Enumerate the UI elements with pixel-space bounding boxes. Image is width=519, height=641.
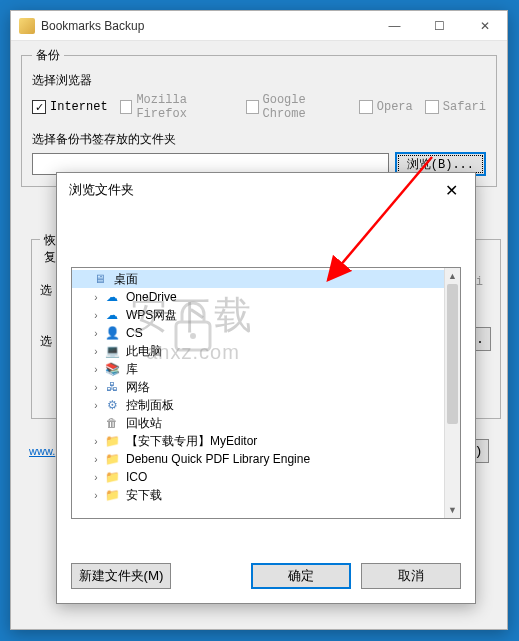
tree-item[interactable]: ›💻此电脑 [72,342,460,360]
tree-item[interactable]: ›👤CS [72,324,460,342]
expand-icon[interactable]: › [90,400,102,411]
tree-item[interactable]: ›⚙控制面板 [72,396,460,414]
dialog-titlebar: 浏览文件夹 ✕ [57,173,475,207]
backup-group: 备份 选择浏览器 InternetMozilla FirefoxGoogle C… [21,47,497,187]
titlebar: Bookmarks Backup — ☐ ✕ [11,11,507,41]
window-controls: — ☐ ✕ [372,11,507,41]
tree-item-label: 控制面板 [126,397,174,414]
scroll-down-icon[interactable]: ▼ [445,502,460,518]
tree-item-label: 回收站 [126,415,162,432]
tree-list: 🖥桌面›☁OneDrive›☁WPS网盘›👤CS›💻此电脑›📚库›🖧网络›⚙控制… [72,268,460,506]
tree-item[interactable]: 🗑回收站 [72,414,460,432]
tree-item[interactable]: ›📁ICO [72,468,460,486]
tree-item-label: 库 [126,361,138,378]
tree-item-label: 安下载 [126,487,162,504]
url-link[interactable]: www. [29,445,55,457]
dialog-close-button[interactable]: ✕ [431,176,471,204]
folder-icon: 📁 [104,469,120,485]
expand-icon[interactable]: › [90,436,102,447]
tree-item[interactable]: ›☁OneDrive [72,288,460,306]
browser-label: 选择浏览器 [32,72,486,89]
checkbox-label: Google Chrome [263,93,347,121]
expand-icon[interactable]: › [90,310,102,321]
ok-button[interactable]: 确定 [251,563,351,589]
tree-item[interactable]: 🖥桌面 [72,270,460,288]
folder-icon: 📁 [104,487,120,503]
checkbox-label: Opera [377,100,413,114]
checkbox-icon [359,100,373,114]
backup-legend: 备份 [32,47,64,64]
tree-item[interactable]: ›📁Debenu Quick PDF Library Engine [72,450,460,468]
browser-checkbox-opera: Opera [359,100,413,114]
expand-icon[interactable]: › [90,382,102,393]
dialog-title: 浏览文件夹 [69,181,431,199]
checkbox-label: Mozilla Firefox [136,93,233,121]
tree-item-label: 此电脑 [126,343,162,360]
expand-icon[interactable]: › [90,364,102,375]
minimize-button[interactable]: — [372,11,417,41]
browser-checkbox-safari: Safari [425,100,486,114]
browser-checkbox-google-chrome: Google Chrome [246,93,347,121]
browser-checkbox-row: InternetMozilla FirefoxGoogle ChromeOper… [32,93,486,121]
tree-item[interactable]: ›☁WPS网盘 [72,306,460,324]
tree-item-label: 网络 [126,379,150,396]
net-icon: 🖧 [104,379,120,395]
browser-checkbox-internet[interactable]: Internet [32,100,108,114]
checkbox-icon [246,100,259,114]
folder-icon: 📁 [104,433,120,449]
checkbox-label: Safari [443,100,486,114]
new-folder-button[interactable]: 新建文件夹(M) [71,563,171,589]
window-title: Bookmarks Backup [41,19,372,33]
browser-checkbox-mozilla-firefox: Mozilla Firefox [120,93,234,121]
cloud-blue-icon: ☁ [104,289,120,305]
app-icon [19,18,35,34]
tree-item[interactable]: ›📚库 [72,360,460,378]
checkbox-icon [425,100,439,114]
tree-item-label: WPS网盘 [126,307,177,324]
close-button[interactable]: ✕ [462,11,507,41]
browse-folder-dialog: 浏览文件夹 ✕ 🖥桌面›☁OneDrive›☁WPS网盘›👤CS›💻此电脑›📚库… [56,172,476,604]
checkbox-icon [120,100,133,114]
maximize-button[interactable]: ☐ [417,11,462,41]
tree-item-label: 【安下载专用】MyEditor [126,433,257,450]
pc-icon: 💻 [104,343,120,359]
scroll-up-icon[interactable]: ▲ [445,268,460,284]
recycle-icon: 🗑 [104,415,120,431]
panel-icon: ⚙ [104,397,120,413]
tree-item[interactable]: ›🖧网络 [72,378,460,396]
expand-icon[interactable]: › [90,292,102,303]
desktop-icon: 🖥 [92,271,108,287]
tree-item[interactable]: ›📁安下载 [72,486,460,504]
scrollbar[interactable]: ▲ ▼ [444,268,460,518]
scroll-thumb[interactable] [447,284,458,424]
folder-tree: 🖥桌面›☁OneDrive›☁WPS网盘›👤CS›💻此电脑›📚库›🖧网络›⚙控制… [71,267,461,519]
folder-icon: 📁 [104,451,120,467]
expand-icon[interactable]: › [90,346,102,357]
tree-item-label: CS [126,326,143,340]
checkbox-label: Internet [50,100,108,114]
tree-item[interactable]: ›📁【安下载专用】MyEditor [72,432,460,450]
lib-icon: 📚 [104,361,120,377]
tree-item-label: 桌面 [114,271,138,288]
expand-icon[interactable]: › [90,472,102,483]
tree-item-label: ICO [126,470,147,484]
folder-label: 选择备份书签存放的文件夹 [32,131,486,148]
tree-item-label: Debenu Quick PDF Library Engine [126,452,310,466]
expand-icon[interactable]: › [90,328,102,339]
expand-icon[interactable]: › [90,454,102,465]
expand-icon[interactable]: › [90,490,102,501]
tree-item-label: OneDrive [126,290,177,304]
cloud-outline-icon: ☁ [104,307,120,323]
cancel-button[interactable]: 取消 [361,563,461,589]
checkbox-icon[interactable] [32,100,46,114]
person-icon: 👤 [104,325,120,341]
dialog-button-row: 新建文件夹(M) 确定 取消 [57,549,475,603]
